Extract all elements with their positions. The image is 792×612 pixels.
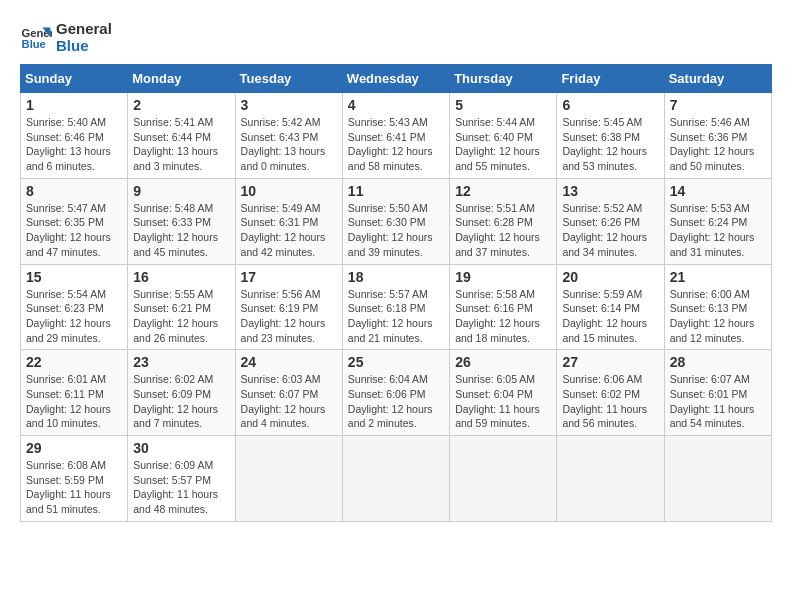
- day-detail: Sunrise: 6:03 AM Sunset: 6:07 PM Dayligh…: [241, 372, 337, 431]
- day-cell-29: 29 Sunrise: 6:08 AM Sunset: 5:59 PM Dayl…: [21, 436, 128, 522]
- day-detail: Sunrise: 5:43 AM Sunset: 6:41 PM Dayligh…: [348, 115, 444, 174]
- day-cell-12: 12 Sunrise: 5:51 AM Sunset: 6:28 PM Dayl…: [450, 178, 557, 264]
- day-detail: Sunrise: 6:00 AM Sunset: 6:13 PM Dayligh…: [670, 287, 766, 346]
- header-thursday: Thursday: [450, 65, 557, 93]
- day-cell-16: 16 Sunrise: 5:55 AM Sunset: 6:21 PM Dayl…: [128, 264, 235, 350]
- day-cell-15: 15 Sunrise: 5:54 AM Sunset: 6:23 PM Dayl…: [21, 264, 128, 350]
- day-cell-26: 26 Sunrise: 6:05 AM Sunset: 6:04 PM Dayl…: [450, 350, 557, 436]
- day-number: 15: [26, 269, 122, 285]
- day-cell-22: 22 Sunrise: 6:01 AM Sunset: 6:11 PM Dayl…: [21, 350, 128, 436]
- day-number: 23: [133, 354, 229, 370]
- day-number: 22: [26, 354, 122, 370]
- day-detail: Sunrise: 5:58 AM Sunset: 6:16 PM Dayligh…: [455, 287, 551, 346]
- day-cell-20: 20 Sunrise: 5:59 AM Sunset: 6:14 PM Dayl…: [557, 264, 664, 350]
- day-detail: Sunrise: 5:56 AM Sunset: 6:19 PM Dayligh…: [241, 287, 337, 346]
- day-cell-11: 11 Sunrise: 5:50 AM Sunset: 6:30 PM Dayl…: [342, 178, 449, 264]
- day-number: 27: [562, 354, 658, 370]
- day-cell-25: 25 Sunrise: 6:04 AM Sunset: 6:06 PM Dayl…: [342, 350, 449, 436]
- day-number: 8: [26, 183, 122, 199]
- empty-cell: [342, 436, 449, 522]
- day-number: 26: [455, 354, 551, 370]
- week-row-4: 22 Sunrise: 6:01 AM Sunset: 6:11 PM Dayl…: [21, 350, 772, 436]
- day-cell-23: 23 Sunrise: 6:02 AM Sunset: 6:09 PM Dayl…: [128, 350, 235, 436]
- day-number: 11: [348, 183, 444, 199]
- day-number: 9: [133, 183, 229, 199]
- day-detail: Sunrise: 6:09 AM Sunset: 5:57 PM Dayligh…: [133, 458, 229, 517]
- svg-text:Blue: Blue: [22, 38, 46, 50]
- day-cell-19: 19 Sunrise: 5:58 AM Sunset: 6:16 PM Dayl…: [450, 264, 557, 350]
- day-number: 4: [348, 97, 444, 113]
- day-cell-9: 9 Sunrise: 5:48 AM Sunset: 6:33 PM Dayli…: [128, 178, 235, 264]
- day-detail: Sunrise: 5:40 AM Sunset: 6:46 PM Dayligh…: [26, 115, 122, 174]
- header-sunday: Sunday: [21, 65, 128, 93]
- day-number: 14: [670, 183, 766, 199]
- day-detail: Sunrise: 6:01 AM Sunset: 6:11 PM Dayligh…: [26, 372, 122, 431]
- day-number: 16: [133, 269, 229, 285]
- day-number: 28: [670, 354, 766, 370]
- day-cell-14: 14 Sunrise: 5:53 AM Sunset: 6:24 PM Dayl…: [664, 178, 771, 264]
- day-detail: Sunrise: 5:52 AM Sunset: 6:26 PM Dayligh…: [562, 201, 658, 260]
- day-cell-10: 10 Sunrise: 5:49 AM Sunset: 6:31 PM Dayl…: [235, 178, 342, 264]
- day-cell-27: 27 Sunrise: 6:06 AM Sunset: 6:02 PM Dayl…: [557, 350, 664, 436]
- day-detail: Sunrise: 5:53 AM Sunset: 6:24 PM Dayligh…: [670, 201, 766, 260]
- day-cell-17: 17 Sunrise: 5:56 AM Sunset: 6:19 PM Dayl…: [235, 264, 342, 350]
- day-number: 17: [241, 269, 337, 285]
- day-number: 3: [241, 97, 337, 113]
- day-number: 19: [455, 269, 551, 285]
- day-number: 10: [241, 183, 337, 199]
- day-number: 21: [670, 269, 766, 285]
- day-detail: Sunrise: 5:42 AM Sunset: 6:43 PM Dayligh…: [241, 115, 337, 174]
- day-detail: Sunrise: 5:44 AM Sunset: 6:40 PM Dayligh…: [455, 115, 551, 174]
- day-cell-13: 13 Sunrise: 5:52 AM Sunset: 6:26 PM Dayl…: [557, 178, 664, 264]
- header: General Blue General Blue: [20, 20, 772, 54]
- week-row-1: 1 Sunrise: 5:40 AM Sunset: 6:46 PM Dayli…: [21, 93, 772, 179]
- day-cell-7: 7 Sunrise: 5:46 AM Sunset: 6:36 PM Dayli…: [664, 93, 771, 179]
- day-cell-24: 24 Sunrise: 6:03 AM Sunset: 6:07 PM Dayl…: [235, 350, 342, 436]
- day-detail: Sunrise: 6:04 AM Sunset: 6:06 PM Dayligh…: [348, 372, 444, 431]
- day-number: 25: [348, 354, 444, 370]
- day-cell-5: 5 Sunrise: 5:44 AM Sunset: 6:40 PM Dayli…: [450, 93, 557, 179]
- day-number: 5: [455, 97, 551, 113]
- header-tuesday: Tuesday: [235, 65, 342, 93]
- day-detail: Sunrise: 5:46 AM Sunset: 6:36 PM Dayligh…: [670, 115, 766, 174]
- empty-cell: [557, 436, 664, 522]
- header-wednesday: Wednesday: [342, 65, 449, 93]
- day-cell-30: 30 Sunrise: 6:09 AM Sunset: 5:57 PM Dayl…: [128, 436, 235, 522]
- header-friday: Friday: [557, 65, 664, 93]
- empty-cell: [235, 436, 342, 522]
- day-cell-28: 28 Sunrise: 6:07 AM Sunset: 6:01 PM Dayl…: [664, 350, 771, 436]
- day-detail: Sunrise: 5:50 AM Sunset: 6:30 PM Dayligh…: [348, 201, 444, 260]
- day-cell-8: 8 Sunrise: 5:47 AM Sunset: 6:35 PM Dayli…: [21, 178, 128, 264]
- day-number: 7: [670, 97, 766, 113]
- logo: General Blue General Blue: [20, 20, 112, 54]
- day-detail: Sunrise: 6:08 AM Sunset: 5:59 PM Dayligh…: [26, 458, 122, 517]
- header-monday: Monday: [128, 65, 235, 93]
- empty-cell: [664, 436, 771, 522]
- day-cell-4: 4 Sunrise: 5:43 AM Sunset: 6:41 PM Dayli…: [342, 93, 449, 179]
- day-detail: Sunrise: 5:55 AM Sunset: 6:21 PM Dayligh…: [133, 287, 229, 346]
- day-cell-21: 21 Sunrise: 6:00 AM Sunset: 6:13 PM Dayl…: [664, 264, 771, 350]
- logo-line2: Blue: [56, 37, 112, 54]
- day-number: 29: [26, 440, 122, 456]
- day-detail: Sunrise: 5:41 AM Sunset: 6:44 PM Dayligh…: [133, 115, 229, 174]
- logo-line1: General: [56, 20, 112, 37]
- day-number: 18: [348, 269, 444, 285]
- calendar-table: SundayMondayTuesdayWednesdayThursdayFrid…: [20, 64, 772, 522]
- day-detail: Sunrise: 5:57 AM Sunset: 6:18 PM Dayligh…: [348, 287, 444, 346]
- day-cell-1: 1 Sunrise: 5:40 AM Sunset: 6:46 PM Dayli…: [21, 93, 128, 179]
- day-detail: Sunrise: 5:54 AM Sunset: 6:23 PM Dayligh…: [26, 287, 122, 346]
- day-number: 13: [562, 183, 658, 199]
- week-row-5: 29 Sunrise: 6:08 AM Sunset: 5:59 PM Dayl…: [21, 436, 772, 522]
- day-number: 30: [133, 440, 229, 456]
- day-cell-6: 6 Sunrise: 5:45 AM Sunset: 6:38 PM Dayli…: [557, 93, 664, 179]
- day-detail: Sunrise: 5:59 AM Sunset: 6:14 PM Dayligh…: [562, 287, 658, 346]
- day-number: 2: [133, 97, 229, 113]
- logo-icon: General Blue: [20, 21, 52, 53]
- day-detail: Sunrise: 6:02 AM Sunset: 6:09 PM Dayligh…: [133, 372, 229, 431]
- day-cell-2: 2 Sunrise: 5:41 AM Sunset: 6:44 PM Dayli…: [128, 93, 235, 179]
- week-row-3: 15 Sunrise: 5:54 AM Sunset: 6:23 PM Dayl…: [21, 264, 772, 350]
- day-cell-18: 18 Sunrise: 5:57 AM Sunset: 6:18 PM Dayl…: [342, 264, 449, 350]
- day-number: 1: [26, 97, 122, 113]
- day-detail: Sunrise: 5:49 AM Sunset: 6:31 PM Dayligh…: [241, 201, 337, 260]
- day-detail: Sunrise: 5:48 AM Sunset: 6:33 PM Dayligh…: [133, 201, 229, 260]
